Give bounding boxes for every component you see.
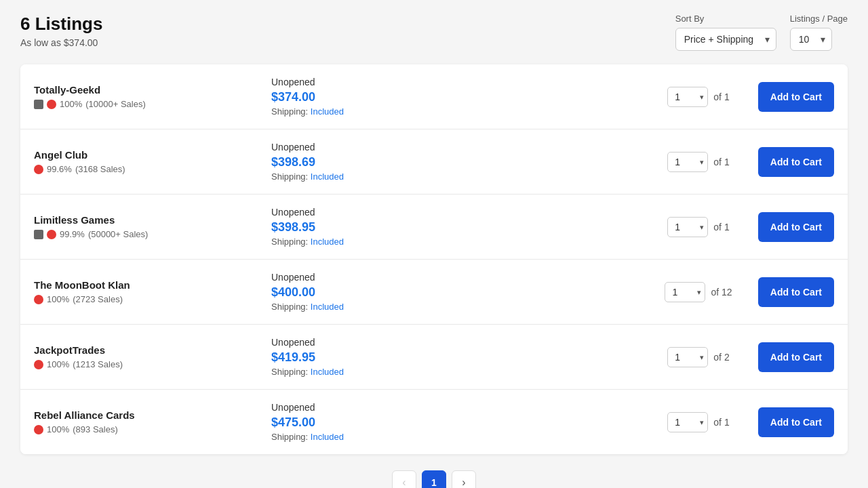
add-to-cart-section: Add to Cart [746,342,834,372]
listing-price: $475.00 [271,415,651,430]
shield-icon [34,230,43,239]
seller-section: JackpotTrades 100% (1213 Sales) [34,344,271,369]
qty-select-wrapper[interactable]: 1 2 3 [667,412,708,432]
condition-section: Unopened $398.69 Shipping: Included [271,142,651,182]
add-to-cart-section: Add to Cart [746,407,834,437]
add-to-cart-section: Add to Cart [746,277,834,307]
condition-label: Unopened [271,142,651,152]
seller-rating: 100% [60,99,82,109]
as-low-as: As low as $374.00 [20,37,102,48]
prev-page-button[interactable]: ‹ [392,470,416,488]
add-to-cart-button[interactable]: Add to Cart [758,82,834,112]
listing-price: $398.95 [271,220,651,235]
qty-select[interactable]: 1 2 3 [667,87,708,107]
seller-name: Rebel Alliance Cards [34,409,271,421]
add-to-cart-section: Add to Cart [746,82,834,112]
qty-select-wrapper[interactable]: 1 2 3 [667,347,708,367]
sort-label: Sort By [675,14,705,24]
listing-row: Angel Club 99.6% (3168 Sales) Unopened $… [20,129,848,195]
sort-select[interactable]: Price + Shipping Price Seller Rating [675,28,776,51]
listings-per-page-group: Listings / Page 10 25 50 [790,14,848,51]
seller-rating: 100% [47,359,69,369]
shipping-value: Included [311,302,344,312]
shield-icon [34,100,43,109]
shipping-text: Shipping: Included [271,237,651,247]
seller-name: The MoonBoot Klan [34,279,271,291]
shipping-value: Included [311,106,344,117]
qty-select[interactable]: 1 2 3 [667,152,708,172]
listings-per-page-label: Listings / Page [790,14,848,24]
add-to-cart-section: Add to Cart [746,212,834,242]
quantity-section: 1 2 3 of 1 [651,217,746,237]
pagination: ‹ 1 › [20,470,848,488]
add-to-cart-button[interactable]: Add to Cart [758,342,834,372]
seller-name: Totally-Geekd [34,84,271,96]
seller-section: Rebel Alliance Cards 100% (893 Sales) [34,409,271,434]
shipping-value: Included [311,171,344,182]
qty-select[interactable]: 1 2 3 [665,282,705,302]
quantity-section: 1 2 3 of 1 [651,412,746,432]
condition-section: Unopened $419.95 Shipping: Included [271,337,651,377]
seller-name: Limitless Games [34,214,271,226]
of-text: of 1 [713,417,729,428]
page-container: 6 Listings As low as $374.00 Sort By Pri… [0,0,868,488]
listings-list: Totally-Geekd 100% (10000+ Sales) Unopen… [20,64,848,454]
seller-sales: (2723 Sales) [73,294,123,304]
of-text: of 1 [713,222,729,232]
seller-meta: 100% (2723 Sales) [34,294,271,304]
condition-label: Unopened [271,272,651,283]
page-1-button[interactable]: 1 [422,470,446,488]
header-right: Sort By Price + Shipping Price Seller Ra… [675,14,848,51]
quantity-section: 1 2 3 of 1 [651,152,746,172]
add-to-cart-button[interactable]: Add to Cart [758,277,834,307]
condition-section: Unopened $374.00 Shipping: Included [271,77,651,117]
header-row: 6 Listings As low as $374.00 Sort By Pri… [20,14,848,51]
verified-icon [34,295,43,304]
seller-meta: 100% (1213 Sales) [34,359,271,369]
qty-select-wrapper[interactable]: 1 2 3 [665,282,705,302]
add-to-cart-button[interactable]: Add to Cart [758,147,834,177]
qty-select[interactable]: 1 2 3 [667,412,708,432]
condition-label: Unopened [271,77,651,87]
qty-select[interactable]: 1 2 3 [667,347,708,367]
seller-meta: 99.9% (50000+ Sales) [34,229,271,239]
seller-section: Limitless Games 99.9% (50000+ Sales) [34,214,271,239]
seller-rating: 100% [47,424,69,434]
listing-price: $419.95 [271,350,651,365]
condition-section: Unopened $475.00 Shipping: Included [271,402,651,442]
listing-price: $400.00 [271,285,651,300]
of-text: of 1 [713,157,729,167]
add-to-cart-button[interactable]: Add to Cart [758,407,834,437]
qty-select-wrapper[interactable]: 1 2 3 [667,152,708,172]
seller-rating: 99.6% [47,164,72,174]
shipping-text: Shipping: Included [271,367,651,377]
shipping-text: Shipping: Included [271,432,651,442]
seller-section: Angel Club 99.6% (3168 Sales) [34,149,271,174]
listings-per-page-select-wrapper[interactable]: 10 25 50 [790,28,832,51]
sort-group: Sort By Price + Shipping Price Seller Ra… [675,14,776,51]
header-left: 6 Listings As low as $374.00 [20,14,102,48]
seller-sales: (3168 Sales) [75,164,125,174]
qty-select-wrapper[interactable]: 1 2 3 [667,217,708,237]
next-page-button[interactable]: › [452,470,476,488]
verified-icon [34,165,43,174]
seller-sales: (50000+ Sales) [88,229,149,239]
add-to-cart-button[interactable]: Add to Cart [758,212,834,242]
seller-rating: 99.9% [60,229,85,239]
qty-select[interactable]: 1 2 3 [667,217,708,237]
sort-select-wrapper[interactable]: Price + Shipping Price Seller Rating [675,28,776,51]
condition-label: Unopened [271,207,651,218]
listings-per-page-select[interactable]: 10 25 50 [790,28,832,51]
seller-meta: 100% (893 Sales) [34,424,271,434]
seller-name: Angel Club [34,149,271,161]
shipping-value: Included [311,237,344,247]
quantity-section: 1 2 3 of 12 [651,282,746,302]
quantity-section: 1 2 3 of 1 [651,87,746,107]
seller-meta: 100% (10000+ Sales) [34,99,271,109]
seller-rating: 100% [47,294,69,304]
listings-title: 6 Listings [20,14,102,35]
of-text: of 2 [713,352,729,363]
add-to-cart-section: Add to Cart [746,147,834,177]
listing-row: Totally-Geekd 100% (10000+ Sales) Unopen… [20,64,848,129]
qty-select-wrapper[interactable]: 1 2 3 [667,87,708,107]
